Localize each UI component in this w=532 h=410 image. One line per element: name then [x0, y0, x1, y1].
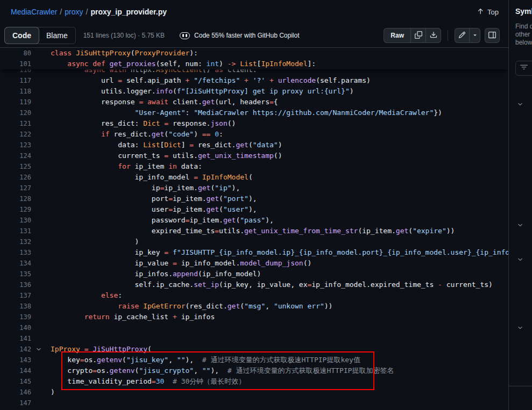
line-number[interactable]: 133: [0, 247, 31, 258]
code-text: time_validity_period=30 # 30分钟（最长时效）: [46, 376, 508, 387]
line-number[interactable]: 125: [0, 161, 31, 172]
line-number[interactable]: 118: [0, 86, 31, 97]
line-number[interactable]: 130: [0, 215, 31, 226]
code-text: return ip_cache_list + ip_infos: [46, 312, 508, 322]
code-text: class JiSuHttpProxy(ProxyProvider):: [46, 48, 508, 59]
breadcrumb-repo-link[interactable]: MediaCrawler: [11, 8, 57, 16]
code-text: url = self.api_path + "/fetchips" + '?' …: [46, 75, 508, 86]
copilot-text: Code 55% faster with GitHub Copilot: [194, 32, 299, 39]
code-line: 137 else:: [0, 290, 508, 301]
line-number[interactable]: 129: [0, 204, 31, 215]
edit-dropdown-button[interactable]: [470, 28, 480, 43]
line-number[interactable]: 127: [0, 183, 31, 193]
line-number[interactable]: 119: [0, 97, 31, 107]
line-number[interactable]: 123: [0, 140, 31, 150]
raw-button[interactable]: Raw: [384, 28, 411, 43]
fold-spacer: [31, 75, 46, 86]
line-number[interactable]: 144: [0, 365, 31, 376]
tab-blame[interactable]: Blame: [39, 27, 75, 44]
line-number[interactable]: 132: [0, 236, 31, 247]
fold-spacer: [31, 290, 46, 301]
symbols-panel-description-line: other symbols in this file by clicking a…: [515, 31, 532, 39]
fold-spacer: [31, 215, 46, 226]
chevron-down-icon[interactable]: [517, 100, 523, 110]
fold-spacer: [31, 97, 46, 107]
line-number[interactable]: 139: [0, 312, 31, 322]
line-number[interactable]: 137: [0, 290, 31, 301]
line-number[interactable]: 147: [0, 398, 31, 408]
fold-spacer: [31, 236, 46, 247]
code-text: async def get_proxies(self, num: int) ->…: [46, 59, 508, 69]
line-number[interactable]: 124: [0, 150, 31, 161]
line-number[interactable]: 141: [0, 333, 31, 344]
code-text: for ip_item in data:: [46, 161, 508, 172]
line-number[interactable]: 121: [0, 118, 31, 129]
breadcrumb-separator: /: [86, 8, 88, 16]
file-stats: 151 lines (130 loc) · 5.75 KB: [83, 32, 165, 39]
symbols-panel-title: Symbols: [515, 7, 532, 16]
fold-spacer: [31, 398, 46, 408]
line-number[interactable]: 138: [0, 301, 31, 312]
code-line: 122 if res_dict.get("code") == 0:: [0, 129, 508, 140]
chevron-down-icon[interactable]: [517, 221, 523, 231]
code-text: expired_time_ts=utils.get_unix_time_from…: [46, 226, 508, 236]
scroll-to-top-button[interactable]: Top: [477, 8, 499, 17]
line-number[interactable]: 143: [0, 355, 31, 365]
line-number[interactable]: 80: [0, 48, 31, 59]
line-number[interactable]: 145: [0, 376, 31, 387]
fold-spacer: [31, 140, 46, 150]
code-text: response = await client.get(url, headers…: [46, 97, 508, 107]
download-icon: [430, 31, 437, 40]
fold-spacer: [31, 312, 46, 322]
code-line: 139 return ip_cache_list + ip_infos: [0, 312, 508, 322]
code-text: ): [46, 236, 508, 247]
chevron-down-icon: [472, 32, 478, 40]
fold-spacer: [31, 333, 46, 344]
copy-raw-button[interactable]: [411, 28, 426, 43]
code-line: 101 async def get_proxies(self, num: int…: [0, 59, 508, 69]
fold-chevron-icon[interactable]: [31, 344, 46, 355]
code-line: 134 ip_value = ip_info_model.model_dump_…: [0, 258, 508, 269]
code-text: ip=ip_item.get("ip"),: [46, 183, 508, 193]
fold-spacer: [31, 59, 46, 69]
line-number[interactable]: 146: [0, 387, 31, 398]
breadcrumb-dir-link[interactable]: proxy: [65, 8, 83, 16]
code-text: "User-Agent": "MediaCrawler https://gith…: [46, 107, 508, 118]
toolbar-actions: Raw: [384, 28, 500, 43]
line-number[interactable]: 136: [0, 279, 31, 290]
code-text: data: List[Dict] = res_dict.get("data"): [46, 140, 508, 150]
code-line: 125 for ip_item in data:: [0, 161, 508, 172]
line-number[interactable]: 128: [0, 193, 31, 204]
line-number[interactable]: 117: [0, 75, 31, 86]
code-line: 141: [0, 333, 508, 344]
fold-spacer: [31, 183, 46, 193]
code-line: 144 crypto=os.getenv("jisu_crypto", ""),…: [0, 365, 508, 376]
line-number[interactable]: 126: [0, 172, 31, 183]
line-number[interactable]: 120: [0, 107, 31, 118]
line-number[interactable]: 101: [0, 59, 31, 69]
line-number[interactable]: 142: [0, 344, 31, 355]
line-number[interactable]: 131: [0, 226, 31, 236]
code-text: ): [46, 387, 508, 398]
fold-spacer: [31, 226, 46, 236]
code-line: 117 url = self.api_path + "/fetchips" + …: [0, 75, 508, 86]
code-text: [46, 398, 508, 408]
line-number[interactable]: 122: [0, 129, 31, 140]
copilot-banner: Code 55% faster with GitHub Copilot: [180, 32, 299, 39]
code-text: [46, 333, 508, 344]
code-text: password=ip_item.get("pass"),: [46, 215, 508, 226]
edit-button[interactable]: [455, 28, 470, 43]
fold-spacer: [31, 269, 46, 279]
line-number[interactable]: 135: [0, 269, 31, 279]
line-number[interactable]: 134: [0, 258, 31, 269]
file-header: MediaCrawler/proxy/proxy_ip_provider.py …: [0, 0, 508, 24]
line-number[interactable]: 140: [0, 322, 31, 333]
chevron-down-icon[interactable]: [517, 323, 523, 333]
symbols-panel-toggle-button[interactable]: [485, 28, 500, 43]
symbols-filter-field[interactable]: [515, 61, 532, 76]
code-text: if res_dict.get("code") == 0:: [46, 129, 508, 140]
tab-code[interactable]: Code: [5, 27, 39, 44]
download-raw-button[interactable]: [426, 28, 441, 43]
chevron-down-icon[interactable]: [517, 255, 523, 265]
code-text: user=ip_item.get("user"),: [46, 204, 508, 215]
